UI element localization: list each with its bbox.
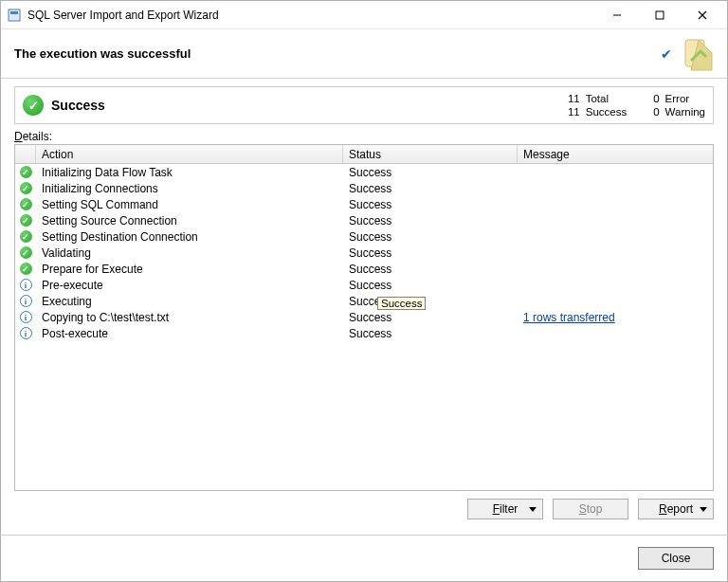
success-icon [15,166,36,178]
chevron-down-icon [700,507,707,512]
cell-status: Success [343,246,518,260]
cell-status: Success [343,230,518,244]
cell-action: Executing [36,295,343,308]
table-row[interactable]: Post-executeSuccess [15,325,713,341]
wizard-window: SQL Server Import and Export Wizard The … [0,0,728,582]
info-icon [15,311,36,323]
report-button[interactable]: Report [638,499,714,519]
total-count: 11 [568,93,580,104]
success-icon [23,95,44,116]
col-message[interactable]: Message [518,145,713,163]
cell-action: Setting Source Connection [36,214,343,227]
grid-body[interactable]: Initializing Data Flow TaskSuccessInitia… [15,164,713,490]
banner-message: The execution was successful [14,46,661,61]
success-label: Success [586,106,627,118]
cell-action: Setting Destination Connection [36,230,343,244]
table-row[interactable]: ValidatingSuccess [15,245,713,261]
warning-label: Warning [665,106,705,118]
close-button[interactable] [681,1,723,28]
success-icon [15,198,36,210]
info-icon [15,279,36,291]
success-count: 11 [568,106,580,118]
cell-action: Initializing Connections [36,182,343,195]
table-row[interactable]: Setting SQL CommandSuccess [15,196,713,212]
svg-rect-3 [656,11,664,19]
cell-status: Success [343,279,518,292]
minimize-button[interactable] [595,1,638,28]
table-row[interactable]: Pre-executeSuccess [15,277,713,293]
error-count: 0 [653,93,659,104]
svg-rect-1 [10,11,18,14]
svg-marker-8 [529,507,537,512]
svg-rect-0 [9,9,20,21]
success-icon [15,230,36,243]
total-label: Total [586,93,627,104]
details-grid: Action Status Message Initializing Data … [14,144,714,491]
cell-status: Success [343,327,518,340]
table-row[interactable]: ExecutingSuccessSuccess [15,293,713,309]
window-controls [595,1,723,28]
cell-status: Success [343,263,518,276]
cell-action: Initializing Data Flow Task [36,166,343,179]
app-icon [7,8,22,23]
summary-stats: 11 Total 0 Error 11 Success 0 Warning [568,93,705,118]
warning-count: 0 [653,106,659,118]
tooltip: Success [377,297,426,310]
cell-message: 1 rows transferred [518,311,713,324]
table-row[interactable]: Copying to C:\test\test.txtSuccess1 rows… [15,309,713,325]
info-icon [15,295,36,307]
cell-action: Copying to C:\test\test.txt [36,311,343,324]
cell-status: Success [343,166,518,179]
footer: Close [1,535,727,581]
success-icon [15,263,36,275]
error-label: Error [665,93,705,104]
table-row[interactable]: Setting Destination ConnectionSuccess [15,228,713,245]
table-row[interactable]: Setting Source ConnectionSuccess [15,212,713,228]
titlebar: SQL Server Import and Export Wizard [1,1,727,29]
message-link[interactable]: 1 rows transferred [523,311,615,324]
action-buttons: Filter Stop Report [14,491,714,529]
checkmark-icon: ✔ [661,46,672,62]
svg-marker-9 [700,507,707,512]
cell-action: Validating [36,246,343,260]
success-icon [15,182,36,194]
chevron-down-icon [529,507,537,512]
success-icon [15,214,36,227]
window-title: SQL Server Import and Export Wizard [27,9,595,22]
table-row[interactable]: Prepare for ExecuteSuccess [15,261,713,277]
table-row[interactable]: Initializing Data Flow TaskSuccess [15,164,713,180]
cell-action: Prepare for Execute [36,263,343,276]
cell-status: SuccessSuccess [343,295,518,308]
cell-status: Success [343,198,518,211]
grid-header: Action Status Message [15,145,713,164]
cell-action: Pre-execute [36,279,343,292]
result-banner: The execution was successful ✔ [1,29,727,79]
maximize-button[interactable] [638,1,681,28]
cell-action: Post-execute [36,327,343,340]
summary-status: Success [51,98,568,113]
cell-status: Success [343,182,518,195]
close-dialog-button[interactable]: Close [638,547,714,570]
cell-status: Success [343,311,518,324]
banner-art-icon [678,34,718,74]
info-icon [15,327,36,339]
success-icon [15,246,36,259]
filter-button[interactable]: Filter [467,499,543,519]
cell-action: Setting SQL Command [36,198,343,211]
main-panel: Success 11 Total 0 Error 11 Success 0 Wa… [1,79,727,535]
details-label: Details: [14,130,714,143]
table-row[interactable]: Initializing ConnectionsSuccess [15,180,713,196]
col-status[interactable]: Status [343,145,518,163]
stop-button[interactable]: Stop [553,499,628,519]
col-action[interactable]: Action [36,145,343,163]
col-icon[interactable] [15,145,36,163]
cell-status: Success [343,214,518,227]
summary-bar: Success 11 Total 0 Error 11 Success 0 Wa… [14,86,714,124]
